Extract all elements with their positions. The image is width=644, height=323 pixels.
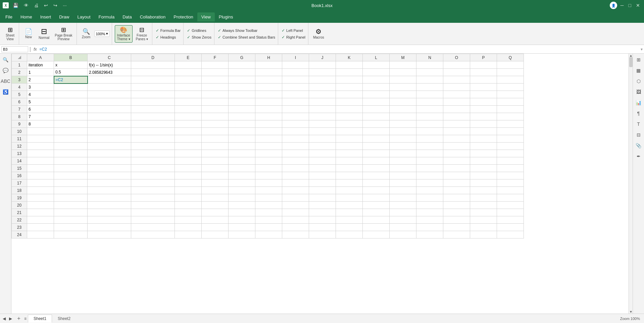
cell-7-4[interactable]: [175, 106, 202, 113]
cell-13-2[interactable]: [88, 150, 131, 157]
cell-10-9[interactable]: [309, 128, 336, 135]
zoom-dropdown[interactable]: 100% ▾: [94, 31, 110, 37]
cell-6-16[interactable]: [497, 98, 524, 106]
row-header-15[interactable]: 15: [12, 165, 27, 172]
cell-6-0[interactable]: 5: [27, 98, 54, 106]
cell-22-14[interactable]: [443, 216, 470, 224]
cell-24-12[interactable]: [390, 231, 416, 238]
cell-2-14[interactable]: [443, 69, 470, 76]
cell-20-13[interactable]: [416, 202, 443, 209]
cell-20-7[interactable]: [255, 202, 282, 209]
cell-24-7[interactable]: [255, 231, 282, 238]
cell-5-13[interactable]: [416, 91, 443, 98]
cell-13-8[interactable]: [282, 150, 309, 157]
cell-9-14[interactable]: [443, 120, 470, 128]
cell-7-7[interactable]: [255, 106, 282, 113]
cell-17-3[interactable]: [131, 179, 175, 187]
cell-8-2[interactable]: [88, 113, 131, 120]
cell-1-4[interactable]: [175, 61, 202, 69]
headings-check[interactable]: ✓ Headings: [156, 35, 181, 40]
cell-5-6[interactable]: [229, 91, 255, 98]
cell-19-6[interactable]: [229, 194, 255, 202]
cell-17-14[interactable]: [443, 179, 470, 187]
row-header-20[interactable]: 20: [12, 202, 27, 209]
row-header-3[interactable]: 3: [12, 76, 27, 84]
cell-19-12[interactable]: [390, 194, 416, 202]
cell-15-14[interactable]: [443, 165, 470, 172]
cell-14-2[interactable]: [88, 157, 131, 165]
left-panel-check[interactable]: ✓ Left Panel: [282, 28, 305, 33]
cell-16-8[interactable]: [282, 172, 309, 179]
cell-15-11[interactable]: [363, 165, 390, 172]
cell-24-6[interactable]: [229, 231, 255, 238]
cell-2-2[interactable]: 2.085829643: [88, 69, 131, 76]
cell-24-1[interactable]: [54, 231, 88, 238]
undo-icon[interactable]: ↩: [43, 2, 49, 9]
cell-24-14[interactable]: [443, 231, 470, 238]
cell-10-5[interactable]: [202, 128, 229, 135]
cell-23-10[interactable]: [336, 224, 363, 231]
cell-20-16[interactable]: [497, 202, 524, 209]
cell-13-11[interactable]: [363, 150, 390, 157]
cell-17-1[interactable]: [54, 179, 88, 187]
cell-14-11[interactable]: [363, 157, 390, 165]
cell-5-5[interactable]: [202, 91, 229, 98]
cell-7-8[interactable]: [282, 106, 309, 113]
cell-6-5[interactable]: [202, 98, 229, 106]
cell-6-15[interactable]: [470, 98, 497, 106]
cell-12-10[interactable]: [336, 143, 363, 150]
cell-19-5[interactable]: [202, 194, 229, 202]
cell-23-12[interactable]: [390, 224, 416, 231]
cell-20-1[interactable]: [54, 202, 88, 209]
cell-15-7[interactable]: [255, 165, 282, 172]
cell-12-0[interactable]: [27, 143, 54, 150]
cell-1-8[interactable]: [282, 61, 309, 69]
cell-14-12[interactable]: [390, 157, 416, 165]
cell-19-8[interactable]: [282, 194, 309, 202]
cell-2-9[interactable]: [309, 69, 336, 76]
cell-11-5[interactable]: [202, 135, 229, 143]
cell-4-4[interactable]: [175, 84, 202, 91]
col-header-q[interactable]: Q: [497, 54, 524, 61]
new-btn[interactable]: 📄 New: [22, 27, 35, 40]
cell-23-3[interactable]: [131, 224, 175, 231]
cell-14-14[interactable]: [443, 157, 470, 165]
vertical-scroll[interactable]: ▼ ▲: [629, 54, 633, 314]
cell-10-3[interactable]: [131, 128, 175, 135]
cell-2-13[interactable]: [416, 69, 443, 76]
cell-13-14[interactable]: [443, 150, 470, 157]
cell-8-13[interactable]: [416, 113, 443, 120]
col-header-j[interactable]: J: [309, 54, 336, 61]
cell-19-0[interactable]: [27, 194, 54, 202]
cell-15-2[interactable]: [88, 165, 131, 172]
cell-18-2[interactable]: [88, 187, 131, 194]
cell-12-13[interactable]: [416, 143, 443, 150]
cell-24-15[interactable]: [470, 231, 497, 238]
cell-19-14[interactable]: [443, 194, 470, 202]
cell-16-12[interactable]: [390, 172, 416, 179]
always-show-toolbar-check[interactable]: ✓ Always Show Toolbar: [218, 28, 275, 33]
cell-1-5[interactable]: [202, 61, 229, 69]
cell-1-15[interactable]: [470, 61, 497, 69]
cell-20-6[interactable]: [229, 202, 255, 209]
cell-2-10[interactable]: [336, 69, 363, 76]
cell-24-9[interactable]: [309, 231, 336, 238]
col-header-n[interactable]: N: [416, 54, 443, 61]
cell-24-10[interactable]: [336, 231, 363, 238]
cell-17-9[interactable]: [309, 179, 336, 187]
cell-13-0[interactable]: [27, 150, 54, 157]
cell-21-7[interactable]: [255, 209, 282, 216]
cell-3-11[interactable]: [363, 76, 390, 84]
show-zeros-check[interactable]: ✓ Show Zeros: [187, 35, 211, 40]
macros-btn[interactable]: ⚙ Macros: [311, 27, 326, 41]
cell-3-16[interactable]: [497, 76, 524, 84]
col-header-e[interactable]: E: [175, 54, 202, 61]
cell-8-12[interactable]: [390, 113, 416, 120]
cell-17-2[interactable]: [88, 179, 131, 187]
formula-expand-icon[interactable]: ▾: [641, 47, 643, 52]
interface-theme-btn[interactable]: 🎨 InterfaceTheme ▾: [115, 25, 133, 43]
row-header-23[interactable]: 23: [12, 224, 27, 231]
cell-7-15[interactable]: [470, 106, 497, 113]
cell-21-6[interactable]: [229, 209, 255, 216]
cell-6-13[interactable]: [416, 98, 443, 106]
